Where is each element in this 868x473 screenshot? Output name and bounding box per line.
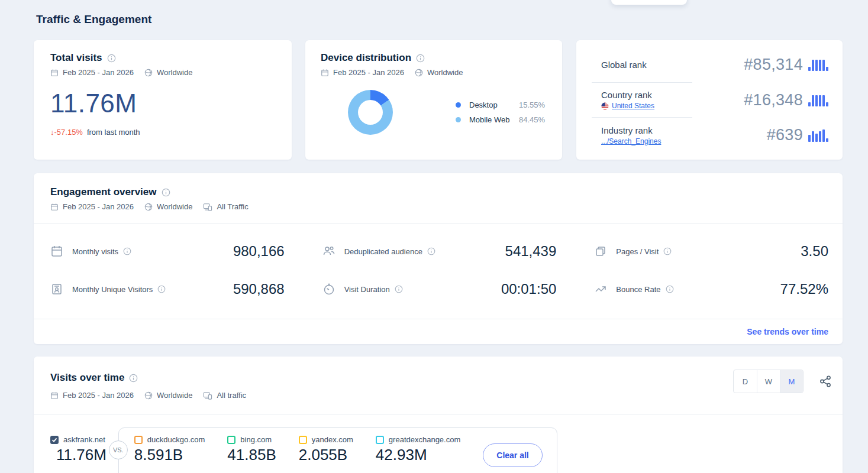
main-site-value: 11.76M [56, 446, 107, 464]
granularity-week-button[interactable]: W [757, 370, 780, 393]
devices-icon [203, 203, 212, 211]
device-distribution-title: Device distribution [321, 52, 411, 64]
device-legend: Desktop 15.55% Mobile Web 84.45% [456, 101, 545, 124]
traffic-filter-label: All Traffic [217, 202, 248, 211]
metric-deduplicated-audience: Deduplicated audience 541,439 [322, 232, 557, 270]
clear-all-button[interactable]: Clear all [483, 443, 542, 467]
geo-label: Worldwide [157, 202, 192, 211]
metric-monthly-visits: Monthly visits 980,166 [50, 232, 285, 270]
traffic-filter-label: All traffic [217, 391, 246, 400]
monthly-visits-value: 980,166 [233, 243, 285, 260]
competitor-checkbox[interactable] [134, 436, 143, 444]
page-title: Traffic & Engagement [36, 13, 151, 26]
total-visits-value: 11.76M [50, 89, 275, 118]
geo-label: Worldwide [157, 68, 192, 77]
globe-icon [415, 69, 423, 77]
engagement-overview-card: Engagement overview Feb 2025 - Jan 2026 … [34, 173, 843, 344]
metric-pages-per-visit: Pages / Visit 3.50 [594, 232, 828, 270]
device-distribution-card: Device distribution Feb 2025 - Jan 2026 … [305, 40, 562, 160]
calendar-icon [321, 69, 329, 77]
info-icon[interactable] [129, 374, 138, 383]
comparison-bar: askfrank.net 11.76M VS. duckduckgo.com 8… [34, 414, 843, 473]
pages-icon [594, 245, 607, 258]
date-range: Feb 2025 - Jan 2026 [63, 68, 134, 77]
deduplicated-audience-value: 541,439 [505, 243, 557, 260]
date-range: Feb 2025 - Jan 2026 [63, 202, 134, 211]
info-icon[interactable] [107, 54, 116, 63]
granularity-toggle: D W M [733, 370, 804, 393]
info-icon[interactable] [157, 285, 166, 293]
partial-popup [611, 0, 687, 5]
person-card-icon [50, 283, 63, 296]
engagement-title: Engagement overview [50, 186, 157, 198]
device-donut-chart [348, 90, 393, 135]
competitor-chip-bing: bing.com 41.85B [227, 435, 276, 464]
visit-duration-value: 00:01:50 [501, 281, 556, 297]
main-site-chip: askfrank.net 11.76M [50, 435, 107, 464]
country-rank-link[interactable]: United States [612, 102, 654, 110]
competitor-chip-greatdexchange: greatdexchange.com 42.93M [376, 435, 460, 464]
global-rank-value: #85,314 [744, 56, 803, 74]
calendar-icon [50, 203, 59, 211]
industry-rank-link[interactable]: .../Search_Engines [601, 137, 661, 145]
date-range: Feb 2025 - Jan 2026 [63, 391, 134, 400]
visits-over-time-title: Visits over time [50, 372, 124, 384]
competitor-checkbox[interactable] [299, 436, 307, 444]
legend-item-mobile-web: Mobile Web 84.45% [456, 115, 545, 124]
competitor-checkbox[interactable] [227, 436, 235, 444]
info-icon[interactable] [427, 247, 435, 255]
vs-badge: VS. [109, 440, 128, 459]
global-rank-row: Global rank #85,314 [601, 47, 828, 82]
metric-visit-duration: Visit Duration 00:01:50 [322, 270, 557, 308]
info-icon[interactable] [123, 247, 131, 255]
country-rank-value: #16,348 [744, 91, 803, 109]
metric-bounce-rate: Bounce Rate 77.52% [594, 270, 828, 308]
calendar-metric-icon [50, 245, 63, 258]
info-icon[interactable] [666, 285, 674, 293]
industry-rank-row: Industry rank .../Search_Engines #639 [601, 118, 828, 153]
ranks-card: Global rank #85,314 Country rank United … [576, 40, 843, 160]
monthly-unique-visitors-value: 590,868 [233, 281, 285, 297]
globe-icon [144, 391, 153, 400]
main-site-checkbox[interactable] [50, 436, 59, 444]
geo-label: Worldwide [427, 68, 463, 77]
info-icon[interactable] [162, 188, 170, 197]
geo-label: Worldwide [157, 391, 192, 400]
devices-icon [203, 391, 212, 400]
granularity-month-button[interactable]: M [780, 370, 803, 393]
granularity-day-button[interactable]: D [734, 370, 757, 393]
legend-item-desktop: Desktop 15.55% [456, 101, 545, 109]
calendar-icon [50, 391, 59, 400]
desktop-dot-icon [456, 102, 461, 108]
competitor-chip-yandex: yandex.com 2.055B [299, 435, 353, 464]
total-visits-title: Total visits [50, 52, 102, 64]
country-rank-sparkline [808, 93, 828, 106]
industry-rank-value: #639 [767, 126, 803, 144]
info-icon[interactable] [663, 247, 672, 255]
engagement-metrics: Monthly visits 980,166 Deduplicated audi… [34, 224, 843, 308]
us-flag-icon [601, 102, 609, 110]
main-site-name: askfrank.net [63, 435, 105, 444]
pages-per-visit-value: 3.50 [801, 243, 828, 260]
total-visits-card: Total visits Feb 2025 - Jan 2026 Worldwi… [34, 40, 292, 160]
stopwatch-icon [322, 283, 335, 296]
bounce-rate-value: 77.52% [780, 281, 828, 297]
globe-icon [144, 203, 153, 211]
global-rank-sparkline [808, 58, 828, 71]
info-icon[interactable] [395, 285, 403, 293]
competitor-checkbox[interactable] [376, 436, 384, 444]
info-icon[interactable] [416, 54, 425, 63]
competitors-box: duckduckgo.com 8.591B bing.com 41.85B ya… [118, 427, 557, 473]
visits-over-time-card: Visits over time Feb 2025 - Jan 2026 Wor… [34, 357, 843, 473]
calendar-icon [50, 69, 59, 77]
competitor-chip-duckduckgo: duckduckgo.com 8.591B [134, 435, 205, 464]
metric-monthly-unique-visitors: Monthly Unique Visitors 590,868 [50, 270, 285, 308]
globe-icon [144, 69, 153, 77]
change-percent: ↓-57.15% [50, 128, 83, 137]
people-icon [322, 245, 335, 258]
see-trends-link[interactable]: See trends over time [747, 327, 828, 336]
bounce-arrow-icon [594, 283, 607, 296]
date-range: Feb 2025 - Jan 2026 [333, 68, 404, 77]
share-icon[interactable] [819, 375, 832, 388]
change-label: from last month [87, 128, 140, 137]
